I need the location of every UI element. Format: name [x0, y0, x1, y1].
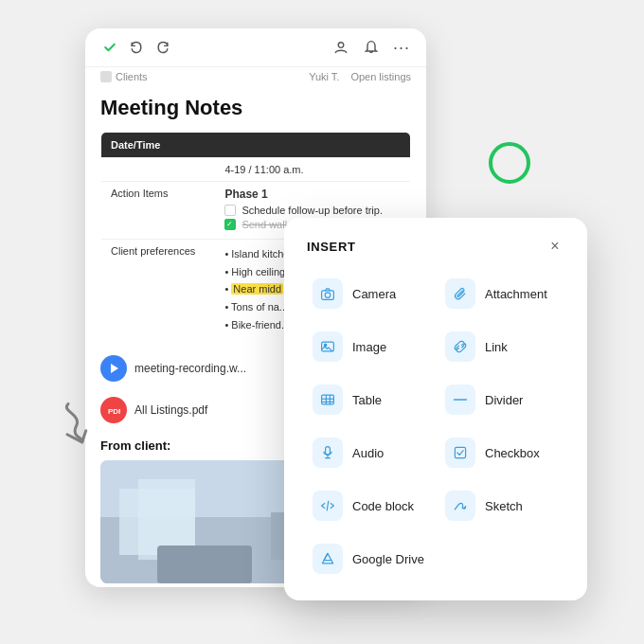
- link-label: Link: [485, 340, 508, 354]
- date-label: [101, 158, 216, 182]
- image-icon: [313, 331, 343, 362]
- svg-rect-14: [322, 395, 334, 404]
- checkbox-item-1[interactable]: Schedule follow-up before trip.: [224, 205, 401, 216]
- checkbox-1[interactable]: [224, 205, 236, 216]
- insert-codeblock[interactable]: Code block: [307, 487, 432, 525]
- divider-icon: [445, 385, 475, 415]
- checkbox-label: Checkbox: [485, 446, 540, 460]
- camera-icon: [313, 278, 343, 309]
- insert-image[interactable]: Image: [307, 328, 432, 366]
- video-icon: [100, 355, 127, 382]
- redo-icon[interactable]: [153, 38, 172, 57]
- svg-text:PDF: PDF: [108, 407, 120, 416]
- note-toolbar: ···: [85, 28, 426, 67]
- insert-google-drive[interactable]: Google Drive: [307, 540, 564, 578]
- google-drive-label: Google Drive: [352, 552, 424, 566]
- svg-point-13: [324, 344, 326, 346]
- breadcrumb-label: Clients: [116, 71, 148, 82]
- open-listings-link[interactable]: Open listings: [350, 71, 411, 82]
- insert-divider[interactable]: Divider: [439, 381, 564, 419]
- insert-table[interactable]: Table: [307, 381, 432, 419]
- attachment-pdf-name: All Listings.pdf: [134, 403, 207, 417]
- insert-sketch[interactable]: Sketch: [439, 487, 564, 525]
- insert-grid: Camera Attachment Image Link: [307, 275, 564, 578]
- breadcrumb-icon: [100, 71, 112, 82]
- modal-title: INSERT: [307, 240, 356, 254]
- link-icon: [445, 331, 475, 362]
- sketch-label: Sketch: [485, 499, 523, 513]
- svg-rect-8: [157, 546, 252, 583]
- insert-attachment[interactable]: Attachment: [439, 275, 564, 313]
- divider-label: Divider: [485, 393, 523, 407]
- svg-marker-24: [322, 553, 332, 563]
- audio-icon: [313, 438, 343, 468]
- insert-camera[interactable]: Camera: [307, 275, 432, 313]
- modal-close-button[interactable]: ×: [546, 237, 564, 256]
- note-title: Meeting Notes: [85, 88, 426, 132]
- pdf-icon: PDF: [100, 397, 127, 423]
- breadcrumb: Clients Yuki T. Open listings: [85, 67, 426, 88]
- action-items-label: Action Items: [101, 182, 216, 240]
- insert-link[interactable]: Link: [439, 328, 564, 366]
- camera-label: Camera: [352, 287, 396, 301]
- audio-label: Audio: [352, 446, 384, 460]
- sketch-icon: [445, 491, 475, 521]
- svg-marker-1: [111, 364, 118, 373]
- svg-rect-12: [322, 342, 334, 351]
- checkbox-icon: [445, 438, 475, 468]
- insert-audio[interactable]: Audio: [307, 434, 432, 472]
- col1-header: Date/Time: [101, 133, 216, 158]
- user-name: Yuki T.: [309, 71, 339, 82]
- phase-label: Phase 1: [224, 188, 401, 201]
- table-label: Table: [352, 393, 382, 407]
- checkbox-1-text: Schedule follow-up before trip.: [242, 205, 383, 216]
- svg-point-11: [325, 293, 331, 298]
- pref-highlight: Near midd: [231, 283, 283, 295]
- svg-line-25: [324, 553, 328, 560]
- green-circle-indicator: [489, 142, 530, 184]
- table-icon: [313, 385, 343, 415]
- attachment-video-name: meeting-recording.w...: [134, 362, 246, 375]
- undo-icon[interactable]: [127, 38, 146, 57]
- image-label: Image: [352, 340, 386, 354]
- more-icon[interactable]: ···: [392, 38, 411, 57]
- attachment-label: Attachment: [485, 287, 547, 301]
- col2-header: [215, 133, 410, 158]
- svg-point-0: [338, 43, 344, 48]
- bell-icon[interactable]: [362, 38, 381, 57]
- attachment-icon: [445, 278, 475, 309]
- codeblock-icon: [313, 491, 343, 521]
- check-icon[interactable]: [100, 38, 119, 57]
- google-drive-icon: [313, 544, 343, 574]
- checkbox-2[interactable]: [224, 219, 236, 230]
- codeblock-label: Code block: [352, 499, 414, 513]
- client-prefs-label: Client preferences: [101, 240, 216, 340]
- user-icon[interactable]: [331, 38, 350, 57]
- svg-rect-22: [455, 447, 465, 457]
- date-value: 4-19 / 11:00 a.m.: [215, 158, 410, 182]
- modal-header: INSERT ×: [307, 237, 564, 256]
- insert-modal: INSERT × Camera Attachment Image: [284, 218, 587, 600]
- breadcrumb-actions: Yuki T. Open listings: [309, 71, 411, 82]
- toolbar-right: ···: [331, 38, 411, 57]
- insert-checkbox[interactable]: Checkbox: [439, 434, 564, 472]
- svg-line-23: [327, 501, 329, 510]
